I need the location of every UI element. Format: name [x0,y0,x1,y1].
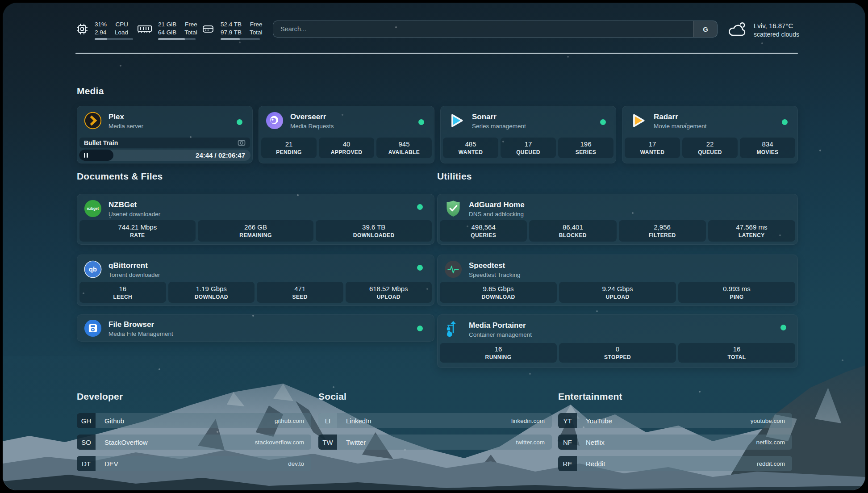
app-description: Media Requests [290,123,334,130]
stats-row: 21 PENDING 40 APPROVED 945 AVAILABLE [261,138,432,158]
stat-value: 9.24 Gbps [602,285,633,292]
adguard-card[interactable]: AdGuard Home DNS and adblocking 498,564 … [437,194,798,245]
stats-row: 9.65 Gbps DOWNLOAD 9.24 Gbps UPLOAD 0.99… [440,282,795,303]
app-name: File Browser [108,320,173,329]
status-dot [780,325,786,330]
bookmark-dev[interactable]: DT DEV dev.to [77,456,311,471]
search-input[interactable] [273,21,693,37]
status-dot [417,204,423,210]
stat-label: SEED [292,294,308,300]
stat-pending: 21 PENDING [261,138,317,158]
bookmark-netflix[interactable]: NF Netflix netflix.com [558,435,792,450]
bookmark-name: Github [104,417,124,425]
stat-label: LEECH [113,294,132,300]
bookmark-reddit[interactable]: RE Reddit reddit.com [558,456,792,471]
topbar-divider [75,53,798,54]
bookmark-url: stackoverflow.com [255,439,304,446]
now-playing-row: Bullet Train [79,138,250,148]
app-name: Speedtest [469,261,521,270]
bookmark-twitter[interactable]: TW Twitter twitter.com [318,435,552,450]
speedtest-card[interactable]: Speedtest Speedtest Tracking 9.65 Gbps D… [437,255,798,306]
bookmark-abbr: LI [318,413,337,428]
camera-icon[interactable] [238,139,246,146]
app-name: Media Portainer [469,321,532,330]
section-title-media: Media [77,86,104,96]
search-bar[interactable]: G [273,21,718,38]
stat-value: 21 [285,140,293,148]
bookmark-abbr: GH [77,413,96,428]
stat-downloaded: 39.6 TB DOWNLOADED [316,220,432,242]
bookmark-linkedin[interactable]: LI LinkedIn linkedin.com [318,413,552,428]
stat-label: PING [730,294,744,300]
app-name: NZBGet [108,200,160,209]
portainer-header-text: Media Portainer Container management [469,320,532,338]
nzbget-header-text: NZBGet Usenet downloader [108,200,160,217]
stat-value: 618.52 Mbps [369,285,408,292]
status-dot [782,119,788,125]
bookmark-youtube[interactable]: YT YouTube youtube.com [558,413,792,428]
stat-upload: 618.52 Mbps UPLOAD [346,282,432,303]
bookmark-stackoverflow[interactable]: SO StackOverflow stackoverflow.com [77,435,311,450]
memory-widget: 21 GiB Free 64 GiB Total [137,21,197,36]
section-title-documents: Documents & Files [77,171,163,182]
playback-time: 24:44 / 02:06:47 [196,150,245,161]
snow-specks [3,3,4,4]
memory-stats-text: 21 GiB Free 64 GiB Total [158,21,197,36]
overseerr-header-text: Overseerr Media Requests [290,112,334,130]
stat-wanted: 485 WANTED [443,138,498,158]
speedtest-header-text: Speedtest Speedtest Tracking [469,260,521,278]
bookmark-name: Netflix [586,439,605,446]
bookmark-github[interactable]: GH Github github.com [77,413,311,428]
bookmark-url: github.com [275,418,304,424]
pause-icon[interactable] [84,153,88,158]
svg-text:nzbget: nzbget [87,207,99,211]
stat-value: 1.19 Gbps [196,285,227,292]
stat-value: 47.569 ms [736,223,767,231]
adguard-icon [444,200,462,217]
stat-value: 22 [706,140,714,148]
cpu-icon [75,22,89,36]
qbittorrent-header-text: qBittorrent Torrent downloader [108,260,160,278]
portainer-card[interactable]: Media Portainer Container management 16 … [437,314,798,368]
search-provider-button[interactable]: G [693,21,717,37]
status-dot [418,119,424,125]
plex-icon [84,112,102,130]
radarr-card[interactable]: Radarr Movie management 17 WANTED 22 QUE… [622,106,798,163]
dashboard-screen: 31% CPU 2.94 Load 21 GiB Free 64 GiB Tot… [3,3,865,490]
stat-label: LATENCY [739,232,765,238]
stat-queries: 498,564 QUERIES [440,220,527,242]
bookmark-name: LinkedIn [346,417,371,425]
stat-label: APPROVED [331,149,363,155]
disk-stats-text: 52.4 TB Free 97.9 TB Total [221,21,263,36]
svg-text:qb: qb [89,266,97,273]
bookmark-name: StackOverflow [104,439,148,446]
bookmark-url: reddit.com [757,460,785,467]
stat-blocked: 86,401 BLOCKED [529,220,616,242]
app-description: Usenet downloader [108,211,160,217]
overseerr-card[interactable]: Overseerr Media Requests 21 PENDING 40 A… [259,106,434,163]
stat-label: QUEUED [698,149,722,155]
app-description: Movie management [654,123,707,130]
filebrowser-card[interactable]: File Browser Media File Management [77,314,434,342]
stat-label: RUNNING [485,354,512,360]
app-name: qBittorrent [108,261,160,270]
sonarr-icon [447,112,465,130]
app-description: Series management [472,123,526,130]
memory-total-value: 64 GiB [158,29,176,36]
playback-elapsed-pill [79,150,113,161]
stat-value: 39.6 TB [362,223,385,231]
disk-progress-bar [221,38,260,40]
nzbget-card[interactable]: nzbget NZBGet Usenet downloader 744.21 M… [77,194,434,245]
stat-value: 0.993 ms [723,285,751,292]
memory-progress-bar [158,38,196,40]
disk-free-label: Free [250,21,263,28]
stat-value: 86,401 [563,223,583,231]
stat-value: 744.21 Mbps [118,223,157,231]
stat-approved: 40 APPROVED [319,138,374,158]
playback-progress-bar[interactable]: 24:44 / 02:06:47 [79,150,250,161]
sonarr-card[interactable]: Sonarr Series management 485 WANTED 17 Q… [440,106,616,163]
qbittorrent-card[interactable]: qb qBittorrent Torrent downloader 16 LEE… [77,255,434,306]
cpu-load-label: Load [115,29,128,36]
plex-card[interactable]: Plex Media server Bullet Train 24:44 / 0… [77,106,253,163]
app-description: Container management [469,331,532,338]
